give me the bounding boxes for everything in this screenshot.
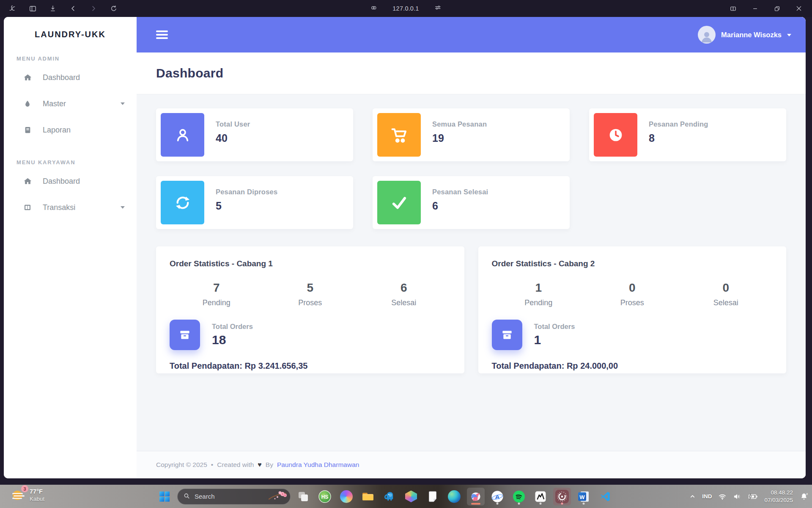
forward-icon[interactable]	[89, 4, 98, 13]
sidebar-item-label: Dashboard	[43, 177, 80, 186]
main-area: Marianne Wisozks Dashboard Total User 40	[137, 17, 806, 478]
proses-label: Proses	[263, 298, 357, 307]
download-icon[interactable]	[48, 4, 58, 13]
tray-date: 07/03/2025	[764, 497, 793, 504]
browser-logo-icon[interactable]	[8, 4, 17, 13]
total-orders-value: 18	[212, 333, 253, 347]
stat-card-pesanan-pending: Pesanan Pending 8	[589, 108, 786, 161]
menu-section-karyawan-label: MENU KARYAWAN	[16, 159, 137, 166]
edge-browser-icon[interactable]	[445, 488, 463, 505]
weather-condition: Kabut	[30, 496, 44, 502]
windows-taskbar: 3 77°F Kabut Search HS	[0, 485, 812, 508]
archive-icon	[492, 320, 522, 350]
notification-bell-icon[interactable]: z	[799, 492, 809, 501]
battery-charging-icon[interactable]	[748, 492, 758, 501]
volume-icon[interactable]	[733, 492, 741, 501]
sidebar-item-transaksi[interactable]: Transaksi	[4, 194, 137, 221]
sidebar-item-laporan[interactable]: Laporan	[4, 117, 137, 143]
stat-card-total-user: Total User 40	[156, 108, 353, 161]
vscode-icon[interactable]	[596, 488, 614, 505]
pending-count: 1	[492, 281, 586, 295]
total-orders-label: Total Orders	[534, 323, 575, 331]
brand-logo[interactable]: LAUNDRY-UKK	[4, 17, 137, 39]
prism-app-icon[interactable]	[402, 488, 420, 505]
proses-count: 0	[585, 281, 679, 295]
running-app-indicator	[583, 502, 585, 505]
reload-icon[interactable]	[109, 4, 118, 13]
active-app-indicator	[471, 503, 480, 504]
selesai-count: 0	[679, 281, 773, 295]
search-placeholder: Search	[195, 493, 215, 500]
user-icon	[161, 113, 204, 157]
stat-label: Pesanan Pending	[649, 120, 708, 128]
database-app-icon[interactable]: HS	[316, 488, 334, 505]
stat-label: Total User	[216, 120, 250, 128]
start-button[interactable]	[156, 488, 173, 505]
tray-chevron-up-icon[interactable]	[689, 493, 696, 500]
waveform-app-icon[interactable]	[532, 488, 549, 505]
total-orders-value: 1	[534, 333, 575, 347]
archive-icon	[170, 320, 200, 350]
restore-icon[interactable]	[772, 4, 782, 13]
sidebar-item-master[interactable]: Master	[4, 91, 137, 117]
elephant-app-icon[interactable]	[381, 488, 398, 505]
url-bar[interactable]: 127.0.0.1	[392, 5, 419, 12]
avatar	[698, 26, 716, 44]
zen-browser-icon[interactable]	[467, 488, 485, 505]
page-title: Dashboard	[156, 66, 223, 80]
sidebar-toggle-icon[interactable]	[28, 4, 37, 13]
hamburger-menu-icon[interactable]	[156, 28, 168, 41]
sidebar-item-label: Transaksi	[43, 203, 75, 212]
sidebar-item-dashboard-karyawan[interactable]: Dashboard	[4, 168, 137, 194]
copilot-icon[interactable]	[337, 488, 355, 505]
planet-app-icon[interactable]: A	[488, 488, 506, 505]
sliders-icon[interactable]	[434, 4, 442, 13]
copyright-text: Copyright © 2025	[156, 461, 207, 469]
wifi-icon[interactable]	[718, 492, 727, 501]
stat-card-pesanan-diproses: Pesanan Diproses 5	[156, 176, 353, 229]
language-indicator[interactable]: IND	[702, 493, 712, 500]
stat-label: Semua Pesanan	[432, 120, 487, 128]
order-statistics-cabang-1: Order Statistics - Cabang 1 7Pending 5Pr…	[156, 246, 464, 373]
chevron-down-icon	[121, 102, 125, 105]
home-icon	[22, 73, 33, 82]
user-menu[interactable]: Marianne Wisozks	[698, 26, 791, 44]
sidebar-item-dashboard-admin[interactable]: Dashboard	[4, 64, 137, 91]
pending-count: 7	[170, 281, 263, 295]
stat-label: Pesanan Selesai	[432, 188, 488, 196]
columns-icon	[22, 203, 33, 212]
proses-count: 5	[263, 281, 357, 295]
tray-time: 08.48.22	[764, 489, 793, 497]
search-icon	[183, 492, 190, 501]
link-icon	[370, 4, 377, 13]
split-view-icon[interactable]	[728, 4, 738, 13]
search-input[interactable]: Search	[177, 489, 291, 505]
file-explorer-icon[interactable]	[359, 488, 377, 505]
stat-value: 19	[432, 132, 487, 144]
proses-label: Proses	[585, 298, 679, 307]
close-icon[interactable]	[794, 4, 804, 13]
sidebar-item-label: Master	[43, 99, 66, 108]
minimize-icon[interactable]	[750, 4, 760, 13]
top-navbar: Marianne Wisozks	[137, 17, 806, 52]
stat-value: 8	[649, 132, 708, 144]
selesai-label: Selesai	[357, 298, 451, 307]
home-icon	[22, 177, 33, 186]
author-link[interactable]: Paundra Yudha Dharmawan	[277, 461, 359, 469]
selesai-count: 6	[357, 281, 451, 295]
droplet-icon	[22, 99, 33, 108]
clock-widget[interactable]: 08.48.22 07/03/2025	[764, 489, 793, 504]
pending-label: Pending	[492, 298, 586, 307]
gauge-app-icon[interactable]	[553, 488, 571, 505]
sidebar-item-label: Dashboard	[43, 73, 80, 82]
back-icon[interactable]	[69, 4, 78, 13]
word-icon[interactable]: W	[575, 488, 593, 505]
sidebar-item-label: Laporan	[43, 126, 71, 135]
branch-title: Order Statistics - Cabang 1	[170, 259, 451, 268]
spotify-icon[interactable]	[510, 488, 528, 505]
stat-value: 5	[216, 200, 277, 212]
notes-app-icon[interactable]	[424, 488, 442, 505]
task-view-icon[interactable]	[294, 488, 312, 505]
branch-title: Order Statistics - Cabang 2	[492, 259, 773, 268]
weather-widget[interactable]: 3 77°F Kabut	[10, 487, 44, 502]
